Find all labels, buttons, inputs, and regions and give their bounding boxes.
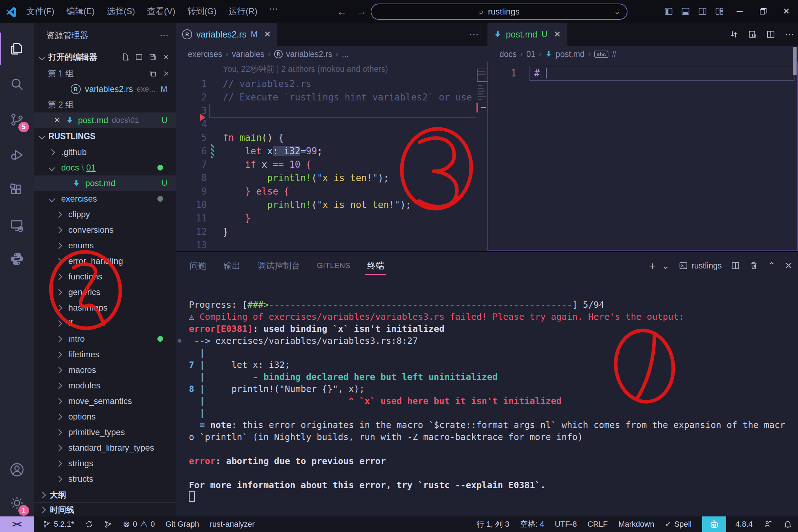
save-all-icon[interactable] [148,53,157,61]
search-chevron-down-icon[interactable]: ⌄ [614,7,620,16]
minimap[interactable] [476,46,487,251]
panel-tab-4[interactable]: 终端 [366,254,385,278]
tree-item-exercises[interactable]: exercises [34,191,176,207]
tree-item-conversions[interactable]: conversions [34,222,176,238]
close-window-icon[interactable]: ✕ [775,0,798,23]
language-mode-status[interactable]: Markdown [618,520,654,529]
open-editors-header[interactable]: 打开的编辑器 [34,48,176,66]
encoding-status[interactable]: UTF-8 [555,520,577,529]
toggle-secondary-sidebar-icon[interactable] [694,0,711,23]
menu-view[interactable]: 查看(V) [141,4,181,19]
run-debug-icon[interactable] [0,139,34,171]
kill-terminal-trash-icon[interactable] [749,261,758,270]
settings-gear-icon[interactable]: 1 [0,487,34,519]
git-graph-button[interactable]: Git Graph [166,520,199,529]
editor-group-1-label[interactable]: 第 1 组 [34,66,176,81]
timeline-section[interactable]: 时间线 [34,502,176,516]
terminal-output[interactable]: Progress: [###>-------------------------… [189,299,785,504]
split-terminal-icon[interactable] [731,261,740,270]
tree-item-generics[interactable]: generics [34,284,176,300]
markdown-line-1[interactable]: # [534,66,540,81]
toggle-sidebar-icon[interactable] [660,0,677,23]
menu-selection[interactable]: 选择(S) [101,4,141,19]
source-control-icon[interactable]: 5 [0,103,34,136]
gitlens-compare-icon[interactable] [104,520,112,528]
open-editor-variables2[interactable]: R variables2.rs exe... M [34,81,176,97]
panel-tab-1[interactable]: 输出 [223,254,241,278]
close-editor-icon[interactable]: ✕ [54,116,60,125]
sync-icon[interactable] [85,520,93,528]
breadcrumb-right[interactable]: docs› 01› post.md› abc # [487,46,798,62]
python-icon[interactable] [0,243,34,275]
tree-item-docs-01[interactable]: docs \ 01 [34,160,176,175]
menu-goto[interactable]: 转到(G) [181,4,223,19]
open-editor-postmd[interactable]: ✕ post.md docs\01 U [34,112,176,128]
remote-indicator[interactable]: >< [0,516,34,532]
spell-checker-status[interactable]: ✓Spell [665,520,692,529]
command-decoration-dot[interactable] [178,339,181,343]
outline-section[interactable]: 大纲 [34,487,176,503]
search-view-icon[interactable] [0,68,34,100]
tree-item-lifetimes[interactable]: lifetimes [34,347,176,362]
tree-item-if[interactable]: if [34,316,176,331]
eol-status[interactable]: CRLF [588,520,608,529]
tree-item-standard_library_types[interactable]: standard_library_types [34,440,176,456]
code-editor-content[interactable]: 1// variables2.rs2// Execute `rustlings … [176,77,476,251]
extension-version-status[interactable]: 4.8.4 [735,520,753,529]
cursor-position-status[interactable]: 行 1, 列 3 [476,519,509,530]
tree-item-clippy[interactable]: clippy [34,207,176,222]
editor-more-actions-icon[interactable]: ⋯ [785,29,794,40]
tab-close-icon[interactable]: ✕ [264,29,271,39]
tree-item-.github[interactable]: .github [34,144,176,160]
group-copy-icon[interactable] [149,70,157,77]
indentation-status[interactable]: 空格: 4 [520,519,544,530]
problems-status[interactable]: ⊗0 ⚠0 [123,519,155,529]
git-branch-status[interactable]: 5.2.1* [42,520,74,529]
panel-tab-3[interactable]: GITLENS [316,255,351,277]
ai-assistant-robot-icon[interactable] [702,516,726,532]
terminal-dropdown-icon[interactable]: ⌄ [662,260,670,271]
tree-item-intro[interactable]: intro [34,331,176,347]
tree-item-macros[interactable]: macros [34,362,176,378]
restore-icon[interactable] [751,0,775,23]
command-center-search[interactable]: ⌕ rustlings ⌄ [371,4,628,20]
menu-run[interactable]: 运行(R) [222,4,263,19]
accounts-icon[interactable] [0,453,34,486]
tree-item-error_handling[interactable]: error_handling [34,253,176,269]
explorer-icon[interactable] [0,33,34,65]
tab-variables2[interactable]: R variables2.rs M ✕ [176,23,277,46]
breadcrumb-left[interactable]: exercises› variables› R variables2.rs› .… [176,46,487,62]
new-file-icon[interactable] [121,53,130,61]
tree-item-options[interactable]: options [34,409,176,424]
split-editors-icon[interactable] [135,53,143,61]
project-root-rustlings[interactable]: RUSTLINGS [34,128,176,144]
group-close-icon[interactable] [162,70,170,77]
back-icon[interactable]: ← [332,5,352,17]
tree-item-modules[interactable]: modules [34,378,176,393]
scrollbar-thumb[interactable] [793,47,797,75]
tree-item-strings[interactable]: strings [34,456,176,471]
customize-layout-icon[interactable] [711,0,728,23]
forward-icon[interactable]: → [352,5,371,17]
tree-item-structs[interactable]: structs [34,471,176,487]
tab-close-icon[interactable]: ✕ [554,29,561,39]
maximize-panel-icon[interactable]: ⌃ [768,260,775,271]
panel-tab-2[interactable]: 调试控制台 [257,254,301,278]
tree-item-primitive_types[interactable]: primitive_types [34,424,176,440]
menu-more-icon[interactable]: ⋯ [264,4,284,19]
markdown-preview-icon[interactable] [748,30,757,39]
extensions-icon[interactable] [0,174,34,207]
menu-file[interactable]: 文件(F) [21,4,60,19]
close-all-editors-icon[interactable] [162,53,170,61]
editor-more-actions-icon[interactable]: ⋯ [469,29,487,40]
tree-item-post.md[interactable]: post.mdU [34,175,176,191]
notifications-bell-icon[interactable] [783,520,792,529]
new-terminal-icon[interactable]: ＋ [647,259,658,273]
terminal-list-item[interactable]: rustlings [679,261,722,271]
tree-item-hashmaps[interactable]: hashmaps [34,300,176,316]
remote-explorer-icon[interactable] [0,209,34,242]
swap-editors-icon[interactable] [729,30,739,39]
tab-postmd[interactable]: post.md U ✕ [487,23,567,46]
editor-group-2-label[interactable]: 第 2 组 [34,97,176,112]
sidebar-more-icon[interactable]: ⋯ [160,30,169,41]
